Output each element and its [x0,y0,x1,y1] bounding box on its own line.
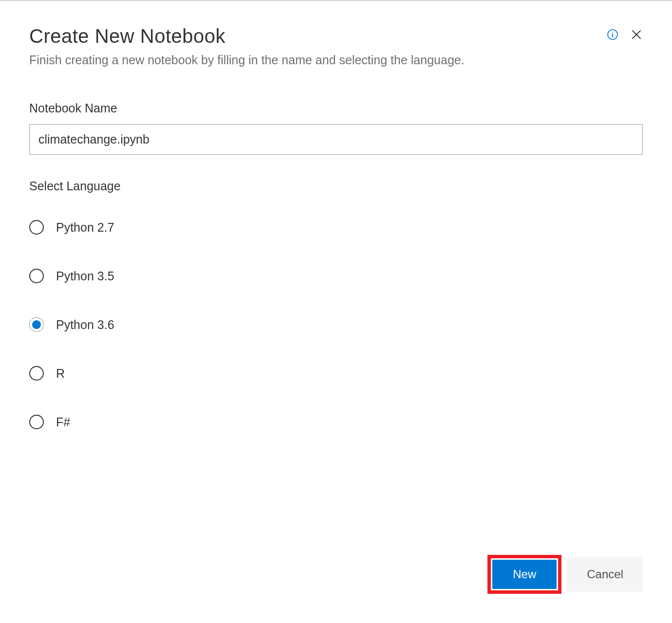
dialog-footer: New Cancel [0,540,672,623]
notebook-name-input[interactable] [29,124,643,155]
radio-python-2-7[interactable]: Python 2.7 [29,220,643,235]
highlight-box: New [487,555,561,594]
header-icons [607,28,643,41]
radio-circle-icon [29,366,44,381]
radio-fsharp[interactable]: F# [29,415,643,429]
radio-circle-icon [29,220,44,235]
radio-label: Python 2.7 [56,220,114,235]
close-icon[interactable] [630,28,643,41]
radio-label: R [56,366,65,381]
radio-circle-icon [29,269,44,283]
radio-r[interactable]: R [29,366,643,381]
dialog-title: Create New Notebook [29,25,643,47]
new-button[interactable]: New [492,560,557,589]
radio-label: Python 3.5 [56,269,114,283]
dialog-subtitle: Finish creating a new notebook by fillin… [29,53,643,67]
radio-python-3-6[interactable]: Python 3.6 [29,317,643,332]
language-radio-group: Python 2.7 Python 3.5 Python 3.6 R F# [29,220,643,429]
radio-label: Python 3.6 [56,318,114,332]
radio-circle-selected-icon [29,317,44,332]
notebook-name-label: Notebook Name [29,101,643,115]
dialog-header: Create New Notebook [29,25,643,47]
radio-circle-icon [29,415,44,429]
cancel-button[interactable]: Cancel [567,557,643,592]
radio-label: F# [56,415,70,429]
svg-point-2 [612,32,613,33]
button-row: New Cancel [487,555,643,594]
radio-python-3-5[interactable]: Python 3.5 [29,269,643,283]
create-notebook-dialog: Create New Notebook Finish creating a ne… [0,1,672,449]
info-icon[interactable] [607,29,618,40]
select-language-label: Select Language [29,179,643,193]
